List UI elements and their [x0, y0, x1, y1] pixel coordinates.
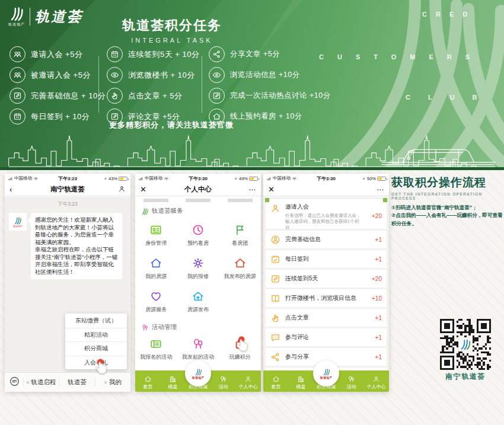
task-item[interactable]: 参与评论+1	[266, 328, 387, 346]
click-hand-icon	[270, 313, 280, 323]
menu-item[interactable]: 积分商城	[65, 341, 127, 356]
qr-center-logo	[460, 338, 471, 350]
points-value: +10	[372, 295, 382, 302]
leaf-logo-icon	[14, 216, 22, 225]
grid-item[interactable]: 房源服务	[135, 290, 177, 314]
chat-bottom-toolbar: ≡轨道启程 轨道荟 ≡我的	[5, 372, 130, 392]
grid-item[interactable]: 身份管理	[135, 223, 177, 247]
message-paragraph: 幸福之旅启程在即，点击以下链接关注“南宁轨道荟”小程序，一键开启幸福生活，即刻享…	[35, 246, 118, 276]
daily-checkin-icon	[9, 108, 25, 124]
panel-subtitle: GET THE INTEGRATION OPERATION PROCESS	[391, 192, 504, 200]
grid-item[interactable]: 房源发布	[177, 290, 219, 314]
tab-points-mall[interactable]: 轨道地产 积分商城	[186, 370, 210, 392]
points-value: +20	[372, 276, 382, 282]
grid-item[interactable]: 看房团	[219, 223, 261, 247]
share-icon	[270, 352, 280, 362]
tab-home[interactable]: 首页	[263, 370, 288, 392]
app-tab-bar: 首页 楼盘 轨道地产 积分商城 活动 个人中心	[263, 370, 389, 392]
close-icon[interactable]: ✕	[268, 185, 275, 194]
balloons-icon	[192, 337, 205, 350]
nav-bar: ✕ 个人中心 ⋯	[135, 183, 261, 196]
section-title: 轨道荟服务	[152, 207, 183, 215]
grid-item[interactable]: 我的房源	[135, 257, 177, 280]
points-value: +1	[375, 334, 382, 341]
grid-item[interactable]: 预约看房	[177, 223, 219, 247]
home-icon	[272, 375, 280, 383]
streak-checkin-icon	[107, 46, 123, 62]
avatar[interactable]: 轨道地产	[9, 213, 27, 231]
menu-item[interactable]: 精彩活动	[65, 328, 127, 342]
grid-item[interactable]: 我发起的活动	[177, 337, 219, 361]
nav-bar: ‹ 南宁轨道荟	[5, 183, 130, 196]
task-list: 邀请入会任务说明：通过已入会朋友邀请入会，输入邀请码，朋友和自己各获得1个积分 …	[266, 199, 387, 387]
task-row: 点击文章 + 5分	[107, 88, 200, 104]
page-title: 个人中心	[135, 185, 261, 194]
task-item[interactable]: 邀请入会任务说明：通过已入会朋友邀请入会，输入邀请码，朋友和自己各获得1个积分 …	[266, 199, 387, 229]
section-title: 活动管理	[152, 323, 177, 331]
comment-icon	[270, 333, 280, 343]
task-column-1: 邀请入会 +5分 被邀请入会 +5分 完善基础信息 + 10分 每日签到 + 1…	[9, 46, 106, 124]
toolbar-item[interactable]: ≡轨道启程	[23, 378, 59, 386]
tab-activities[interactable]: 活动	[210, 370, 235, 392]
leaf-icon	[141, 207, 149, 215]
tab-activities[interactable]: 活动	[339, 370, 363, 392]
status-time: 下午3:30	[263, 175, 389, 182]
phone-screenshot-chat: 中国移动 下午3:23 43% ‹ 南宁轨道荟 下午3:23 轨道地产 感谢您的…	[5, 174, 130, 392]
view-brochure-icon	[107, 67, 123, 83]
task-item[interactable]: 打开微楼书，浏览项目信息+10	[266, 289, 387, 307]
view-activity-icon	[209, 67, 225, 83]
header-footnote: 更多精彩积分，请关注轨道荟官微	[109, 120, 234, 130]
avatar-caption: 轨道地产	[13, 225, 23, 228]
tab-properties[interactable]: 楼盘	[288, 370, 313, 392]
leaf-logo-icon	[194, 368, 202, 376]
brand-name: 轨道荟	[35, 7, 83, 26]
toolbar-item[interactable]: 轨道荟	[59, 378, 94, 386]
clock-icon	[192, 223, 205, 237]
task-row: 完成一次活动热点讨论 +10分	[209, 88, 331, 104]
section-services: 轨道荟服务	[141, 207, 183, 215]
section-activities: 活动管理	[141, 323, 177, 331]
task-item[interactable]: 点击文章+1	[266, 309, 387, 327]
menu-item[interactable]: 东站缴费（试）	[65, 314, 127, 328]
points-value: +1	[375, 237, 382, 243]
status-bar: 中国移动 下午3:30 49%	[135, 174, 261, 183]
tab-personal-center[interactable]: 个人中心	[364, 370, 389, 392]
service-grid-row: 我的房源 我的报修 我发布的房源	[135, 257, 261, 280]
phone-screenshot-task-list: 中国移动 下午3:30 50% ✕ ⋯ 邀请入会任务说明：通过已入会朋友邀请入会…	[263, 174, 389, 392]
chat-title: 南宁轨道荟	[5, 185, 130, 194]
tab-points-mall[interactable]: 轨道地产 积分商城	[314, 370, 339, 392]
task-item[interactable]: 连续签到5天+20	[266, 270, 387, 287]
task-row: 浏览微楼书 + 10分	[107, 67, 200, 83]
battery-icon	[377, 177, 386, 181]
tab-personal-center[interactable]: 个人中心	[236, 370, 261, 392]
column-divider	[98, 56, 99, 113]
chat-message-bubble: 感谢您的关注！欢迎新家人融入到轨道地产的大家庭！小荟将以最臻心的服务，为您营造一…	[31, 213, 122, 279]
chat-timestamp: 下午3:23	[5, 201, 130, 208]
id-card-icon	[149, 223, 162, 237]
column-divider	[202, 56, 202, 113]
task-item[interactable]: 每日签到+1	[266, 250, 387, 268]
task-column-2: 连续签到5天 + 10分 浏览微楼书 + 10分 点击文章 + 5分 评论文章 …	[107, 46, 200, 124]
tap-hand-cursor-icon	[235, 335, 250, 353]
calendar-check-icon	[270, 254, 280, 264]
profile-icon	[270, 235, 280, 245]
watermark-text-cred: CRED	[422, 11, 476, 18]
tab-properties[interactable]: 楼盘	[160, 370, 185, 392]
toolbar-item[interactable]: ≡我的	[95, 378, 130, 386]
flag-icon	[234, 223, 247, 237]
keyboard-icon[interactable]	[9, 376, 20, 389]
page-accent	[383, 198, 387, 202]
grid-item[interactable]: 我发布的房源	[219, 257, 261, 280]
grid-item[interactable]: 我报名的活动	[135, 337, 177, 361]
company-name: 轨道地产	[8, 22, 25, 27]
task-item[interactable]: 完善基础信息+1	[266, 231, 387, 248]
tab-home[interactable]: 首页	[135, 370, 160, 392]
grid-item[interactable]: 我的报修	[177, 257, 219, 280]
balloons-icon	[219, 375, 227, 383]
invite-icon	[270, 203, 280, 213]
more-icon[interactable]: ⋯	[377, 186, 384, 194]
points-value: +1	[375, 315, 382, 321]
house-edit-icon	[234, 257, 247, 270]
heart-icon	[149, 290, 162, 303]
page-subtitle: INTEGRAL TASK	[89, 37, 255, 44]
